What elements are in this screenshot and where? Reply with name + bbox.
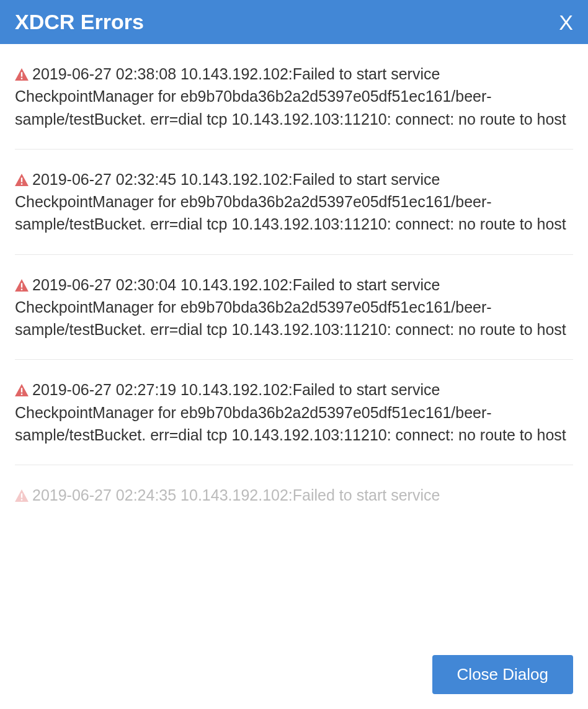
svg-rect-9	[21, 499, 22, 500]
warning-icon	[15, 174, 29, 186]
error-item: 2019-06-27 02:32:45 10.143.192.102:Faile…	[15, 149, 573, 255]
error-item: 2019-06-27 02:38:08 10.143.192.102:Faile…	[15, 44, 573, 149]
svg-rect-4	[21, 283, 22, 287]
warning-icon	[15, 489, 29, 502]
svg-rect-5	[21, 288, 22, 290]
error-item: 2019-06-27 02:27:19 10.143.192.102:Faile…	[15, 360, 573, 465]
dialog-footer: Close Dialog	[0, 645, 588, 709]
error-message: 2019-06-27 02:38:08 10.143.192.102:Faile…	[15, 65, 566, 128]
error-message: 2019-06-27 02:32:45 10.143.192.102:Faile…	[15, 171, 566, 233]
warning-icon	[15, 384, 29, 396]
error-item: 2019-06-27 02:30:04 10.143.192.102:Faile…	[15, 255, 573, 360]
error-message: 2019-06-27 02:24:35 10.143.192.102:Faile…	[32, 486, 440, 504]
error-message: 2019-06-27 02:30:04 10.143.192.102:Faile…	[15, 276, 566, 339]
svg-rect-7	[21, 394, 22, 395]
dialog-header: XDCR Errors X	[0, 0, 588, 44]
svg-rect-2	[21, 177, 22, 182]
svg-rect-6	[21, 388, 22, 393]
warning-icon	[15, 68, 29, 81]
svg-rect-0	[21, 72, 22, 76]
svg-rect-8	[21, 493, 22, 497]
warning-icon	[15, 279, 29, 292]
dialog-body[interactable]: 2019-06-27 02:38:08 10.143.192.102:Faile…	[0, 44, 588, 645]
error-item: 2019-06-27 02:24:35 10.143.192.102:Faile…	[15, 465, 573, 525]
svg-rect-1	[21, 78, 22, 79]
svg-rect-3	[21, 183, 22, 184]
dialog-title: XDCR Errors	[15, 10, 144, 34]
close-dialog-button[interactable]: Close Dialog	[432, 655, 573, 694]
close-icon[interactable]: X	[559, 12, 573, 33]
error-message: 2019-06-27 02:27:19 10.143.192.102:Faile…	[15, 381, 566, 444]
